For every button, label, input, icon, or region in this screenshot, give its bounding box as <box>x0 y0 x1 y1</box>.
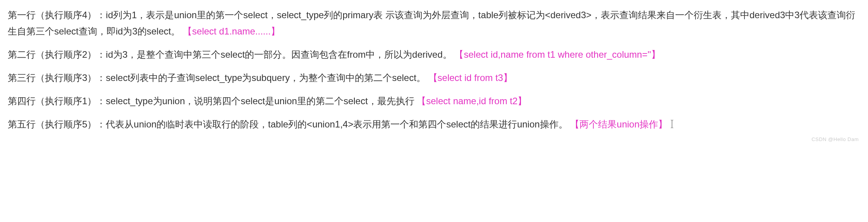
row-1-text: 第一行（执行顺序4）：id列为1，表示是union里的第一个select，sel… <box>8 10 855 36</box>
row-2: 第二行（执行顺序2）：id为3，是整个查询中第三个select的一部分。因查询包… <box>8 46 860 63</box>
row-4: 第四行（执行顺序1）：select_type为union，说明第四个select… <box>8 93 860 109</box>
row-5-code-text: 【两个结果union操作】 <box>570 119 667 129</box>
row-1: 第一行（执行顺序4）：id列为1，表示是union里的第一个select，sel… <box>8 7 860 40</box>
row-3-code: 【select id from t3】 <box>428 72 512 83</box>
row-3-text: 第三行（执行顺序3）：select列表中的子查询select_type为subq… <box>8 72 426 83</box>
row-4-code: 【select name,id from t2】 <box>417 96 527 106</box>
row-5-text: 第五行（执行顺序5）：代表从union的临时表中读取行的阶段，table列的<u… <box>8 119 568 129</box>
row-5-code: 【两个结果union操作】 <box>570 119 674 129</box>
row-1-code: 【select d1.name......】 <box>183 26 280 36</box>
row-5: 第五行（执行顺序5）：代表从union的临时表中读取行的阶段，table列的<u… <box>8 116 860 133</box>
row-2-code: 【select id,name from t1 where other_colu… <box>454 49 660 60</box>
row-3: 第三行（执行顺序3）：select列表中的子查询select_type为subq… <box>8 70 860 86</box>
row-2-text: 第二行（执行顺序2）：id为3，是整个查询中第三个select的一部分。因查询包… <box>8 49 452 60</box>
watermark: CSDN @Hello Dam <box>811 135 859 144</box>
text-cursor-icon <box>670 120 674 128</box>
row-4-text: 第四行（执行顺序1）：select_type为union，说明第四个select… <box>8 96 414 106</box>
